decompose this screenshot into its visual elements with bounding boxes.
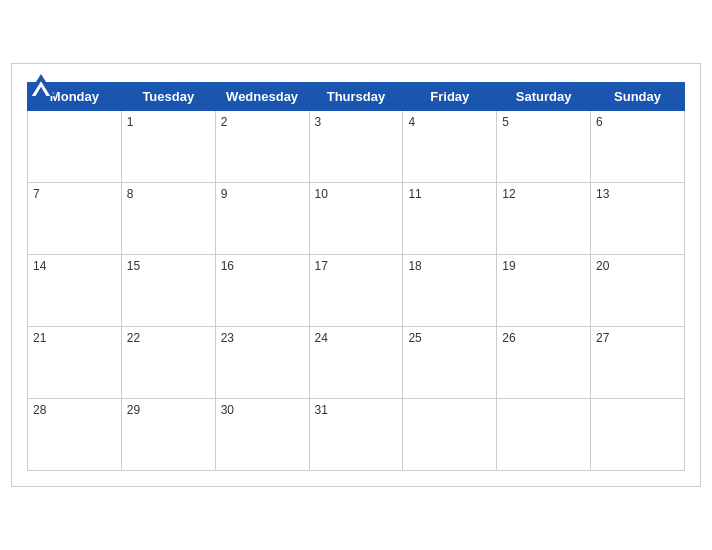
day-number: 19 (502, 259, 515, 273)
week-row-1: 123456 (28, 111, 685, 183)
day-number: 17 (315, 259, 328, 273)
day-number: 4 (408, 115, 415, 129)
day-cell: 6 (591, 111, 685, 183)
day-number: 9 (221, 187, 228, 201)
day-cell (591, 399, 685, 471)
day-number: 20 (596, 259, 609, 273)
day-number: 21 (33, 331, 46, 345)
day-cell: 5 (497, 111, 591, 183)
day-number: 30 (221, 403, 234, 417)
day-number: 2 (221, 115, 228, 129)
day-cell: 8 (121, 183, 215, 255)
day-cell: 22 (121, 327, 215, 399)
day-number: 25 (408, 331, 421, 345)
day-cell: 23 (215, 327, 309, 399)
day-cell: 26 (497, 327, 591, 399)
day-cell: 10 (309, 183, 403, 255)
day-cell: 4 (403, 111, 497, 183)
day-number: 12 (502, 187, 515, 201)
day-cell: 9 (215, 183, 309, 255)
weekday-header-tuesday: Tuesday (121, 83, 215, 111)
day-cell: 18 (403, 255, 497, 327)
day-cell: 3 (309, 111, 403, 183)
week-row-5: 28293031 (28, 399, 685, 471)
week-row-4: 21222324252627 (28, 327, 685, 399)
day-cell: 30 (215, 399, 309, 471)
logo (27, 74, 58, 96)
day-number: 15 (127, 259, 140, 273)
day-number: 5 (502, 115, 509, 129)
weekday-header-row: MondayTuesdayWednesdayThursdayFridaySatu… (28, 83, 685, 111)
day-cell: 14 (28, 255, 122, 327)
weekday-header-wednesday: Wednesday (215, 83, 309, 111)
day-number: 23 (221, 331, 234, 345)
day-number: 28 (33, 403, 46, 417)
day-number: 1 (127, 115, 134, 129)
day-cell: 17 (309, 255, 403, 327)
day-cell: 1 (121, 111, 215, 183)
logo-icon (27, 74, 55, 96)
week-row-2: 78910111213 (28, 183, 685, 255)
day-cell: 25 (403, 327, 497, 399)
weekday-header-saturday: Saturday (497, 83, 591, 111)
day-cell: 19 (497, 255, 591, 327)
day-cell: 7 (28, 183, 122, 255)
day-number: 6 (596, 115, 603, 129)
day-cell: 27 (591, 327, 685, 399)
day-number: 16 (221, 259, 234, 273)
day-cell: 13 (591, 183, 685, 255)
calendar-container: MondayTuesdayWednesdayThursdayFridaySatu… (11, 63, 701, 487)
day-cell: 2 (215, 111, 309, 183)
day-number: 13 (596, 187, 609, 201)
day-number: 31 (315, 403, 328, 417)
day-cell (28, 111, 122, 183)
day-number: 22 (127, 331, 140, 345)
day-cell: 29 (121, 399, 215, 471)
day-number: 14 (33, 259, 46, 273)
day-number: 8 (127, 187, 134, 201)
day-cell: 15 (121, 255, 215, 327)
day-number: 27 (596, 331, 609, 345)
day-number: 26 (502, 331, 515, 345)
weekday-header-sunday: Sunday (591, 83, 685, 111)
day-number: 7 (33, 187, 40, 201)
week-row-3: 14151617181920 (28, 255, 685, 327)
day-cell: 24 (309, 327, 403, 399)
day-cell: 20 (591, 255, 685, 327)
weekday-header-thursday: Thursday (309, 83, 403, 111)
day-number: 11 (408, 187, 421, 201)
day-cell (497, 399, 591, 471)
day-number: 3 (315, 115, 322, 129)
day-number: 10 (315, 187, 328, 201)
day-cell: 31 (309, 399, 403, 471)
day-number: 29 (127, 403, 140, 417)
day-number: 24 (315, 331, 328, 345)
weekday-header-friday: Friday (403, 83, 497, 111)
day-cell: 11 (403, 183, 497, 255)
calendar-grid: MondayTuesdayWednesdayThursdayFridaySatu… (27, 82, 685, 471)
day-cell: 16 (215, 255, 309, 327)
day-cell: 28 (28, 399, 122, 471)
day-number: 18 (408, 259, 421, 273)
day-cell: 21 (28, 327, 122, 399)
day-cell (403, 399, 497, 471)
day-cell: 12 (497, 183, 591, 255)
